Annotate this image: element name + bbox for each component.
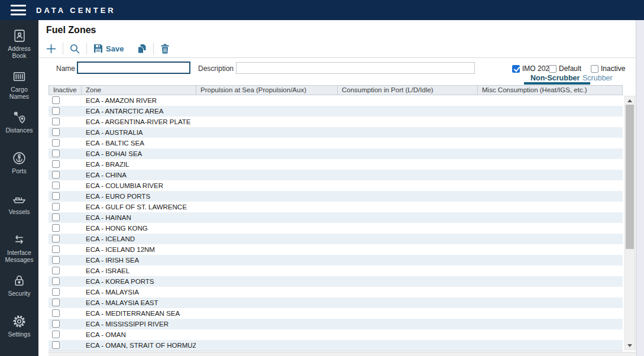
row-inactive-checkbox[interactable] (52, 224, 60, 232)
sidebar-item-ports[interactable]: Ports (0, 148, 38, 189)
sidebar-item-security[interactable]: Security (0, 271, 38, 312)
row-inactive-checkbox[interactable] (52, 192, 60, 200)
row-inactive-checkbox[interactable] (52, 171, 60, 179)
vertical-scrollbar[interactable] (624, 96, 635, 350)
sidebar-item-interface-messages[interactable]: Interface Messages (0, 230, 38, 271)
table-row[interactable]: ECA - ISRAEL (48, 266, 623, 276)
save-button[interactable]: Save (93, 44, 124, 53)
name-label: Name (38, 64, 75, 73)
description-label: Description (195, 64, 234, 73)
row-inactive-checkbox[interactable] (52, 160, 60, 168)
checkbox-box[interactable] (512, 65, 520, 73)
row-inactive-checkbox[interactable] (52, 267, 60, 274)
column-header[interactable]: Inactive (49, 86, 82, 95)
sidebar-item-settings[interactable]: Settings (0, 312, 38, 352)
name-input[interactable] (77, 62, 190, 74)
delete-button[interactable] (160, 44, 170, 54)
row-inactive-checkbox[interactable] (52, 182, 60, 189)
table-row[interactable]: ECA - AUSTRALIA (48, 127, 623, 138)
sidebar-item-distances[interactable]: Distances (0, 108, 38, 148)
column-header[interactable]: Zone (82, 86, 196, 95)
save-button-label: Save (106, 44, 124, 53)
checkbox-box[interactable] (591, 65, 598, 73)
description-input[interactable] (236, 62, 475, 74)
table-row[interactable]: ECA - AMAZON RIVER (48, 95, 623, 106)
horizontal-scrollbar[interactable] (48, 352, 635, 356)
sidebar-item-cargo-names[interactable]: Cargo Names (0, 67, 38, 108)
copy-button[interactable] (137, 44, 147, 54)
table-row[interactable]: ECA - CHINA (48, 170, 623, 180)
toolbar-divider (38, 57, 636, 58)
table-row[interactable]: ECA - OMAN (48, 329, 623, 340)
table-row[interactable]: ECA - ICELAND 12NM (48, 244, 623, 255)
table-row[interactable]: ECA - HONG KONG (48, 223, 623, 234)
search-button[interactable] (70, 44, 80, 54)
table-row[interactable]: ECA - BALTIC SEA (48, 138, 623, 148)
menu-icon[interactable] (11, 5, 26, 15)
sidebar-item-label: Vessels (8, 208, 30, 215)
row-inactive-checkbox[interactable] (52, 331, 60, 338)
inactive-checkbox[interactable]: Inactive (591, 64, 625, 73)
column-header[interactable]: Propulsion at Sea (Propulsion/Aux) (196, 86, 338, 95)
zone-cell: ECA - MALAYSIA (81, 289, 196, 296)
table-row[interactable]: ECA - ANTARCTIC AREA (48, 106, 623, 116)
zone-cell: ECA - MISSISSIPPI RIVER (81, 321, 196, 328)
table-row[interactable]: ECA - MISSISSIPPI RIVER (48, 319, 623, 329)
column-header[interactable]: Consumption in Port (L/D/Idle) (338, 86, 478, 95)
table-row[interactable]: ECA - EURO PORTS (48, 191, 623, 202)
row-inactive-checkbox[interactable] (52, 96, 60, 104)
table-row[interactable]: ECA - BRAZIL (48, 159, 623, 170)
table-row[interactable]: ECA - COLUMBIA RIVER (48, 180, 623, 191)
row-inactive-checkbox[interactable] (52, 288, 60, 296)
row-inactive-checkbox[interactable] (52, 118, 60, 125)
table-body: ECA - AMAZON RIVERECA - ANTARCTIC AREAEC… (48, 95, 623, 351)
table-row[interactable]: ECA - BOHAI SEA (48, 148, 623, 159)
table-row[interactable]: ECA - ICELAND (48, 234, 623, 244)
default-checkbox[interactable]: Default (549, 64, 581, 73)
table-row[interactable]: ECA - MALAYSIA EAST (48, 297, 623, 308)
table-row[interactable]: ECA - OMAN, STRAIT OF HORMUZ (48, 340, 623, 351)
sidebar-item-vessels[interactable]: Vessels (0, 189, 38, 230)
trash-icon (160, 44, 170, 54)
row-inactive-checkbox[interactable] (52, 235, 60, 242)
table-row[interactable]: ECA - ARGENTINA-RIVER PLATE (48, 116, 623, 127)
scroll-up-arrow[interactable] (625, 96, 635, 105)
scrollbar-thumb[interactable] (626, 105, 634, 249)
checkbox-label: Default (559, 64, 581, 73)
table-row[interactable]: ECA - HAINAN (48, 212, 623, 223)
imo-2020-checkbox[interactable]: IMO 2020 (512, 64, 554, 73)
zone-cell: ECA - CHINA (81, 171, 196, 179)
row-inactive-checkbox[interactable] (52, 150, 60, 157)
row-inactive-checkbox[interactable] (52, 245, 60, 253)
table-row[interactable]: ECA - MEDITERRANEAN SEA (48, 308, 623, 319)
fuel-zones-table: InactiveZonePropulsion at Sea (Propulsio… (48, 85, 623, 351)
table-row[interactable]: ECA - IRISH SEA (48, 255, 623, 266)
row-inactive-checkbox[interactable] (52, 320, 60, 328)
tab-non-scrubber[interactable]: Non-Scrubber (530, 74, 580, 82)
column-header[interactable]: Misc Consumption (Heat/IGS, etc.) (478, 86, 622, 95)
toolbar-separator (153, 43, 154, 54)
row-inactive-checkbox[interactable] (52, 213, 60, 221)
row-inactive-checkbox[interactable] (52, 299, 60, 306)
add-button[interactable] (46, 44, 56, 54)
sidebar-item-label: Cargo Names (1, 86, 38, 100)
interface-messages-icon (12, 232, 27, 247)
row-inactive-checkbox[interactable] (52, 277, 60, 285)
row-inactive-checkbox[interactable] (52, 139, 60, 147)
checkbox-box[interactable] (549, 65, 556, 73)
row-inactive-checkbox[interactable] (52, 256, 60, 264)
row-inactive-checkbox[interactable] (52, 203, 60, 211)
toolbar: Save (46, 40, 170, 57)
table-row[interactable]: ECA - MALAYSIA (48, 287, 623, 297)
row-inactive-checkbox[interactable] (52, 309, 60, 317)
zone-cell: ECA - BRAZIL (81, 161, 196, 168)
table-row[interactable]: ECA - GULF OF ST. LAWRENCE (48, 202, 623, 212)
sidebar-item-address-book[interactable]: Address Book (0, 26, 38, 67)
scroll-down-arrow[interactable] (625, 341, 635, 349)
table-row[interactable]: ECA - KOREA PORTS (48, 276, 623, 287)
row-inactive-checkbox[interactable] (52, 107, 60, 115)
row-inactive-checkbox[interactable] (52, 128, 60, 136)
row-inactive-checkbox[interactable] (52, 341, 60, 349)
zone-cell: ECA - AUSTRALIA (81, 129, 196, 136)
tab-scrubber[interactable]: Scrubber (582, 74, 613, 82)
